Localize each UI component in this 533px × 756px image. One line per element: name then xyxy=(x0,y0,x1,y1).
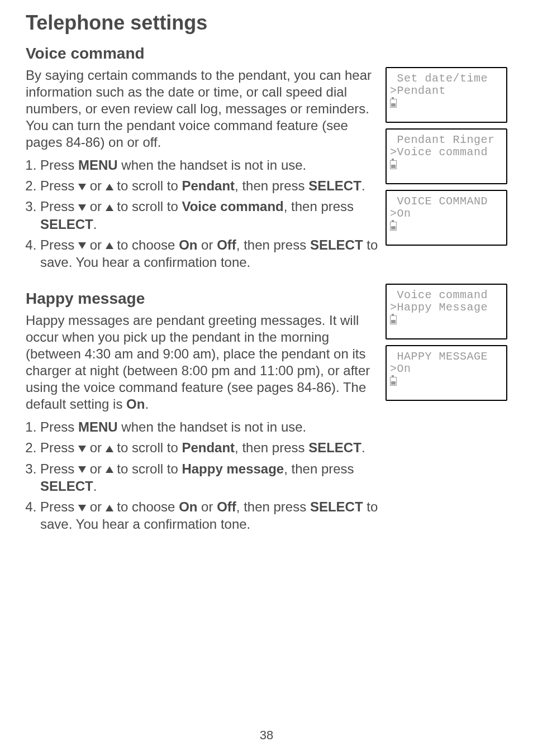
down-arrow-icon xyxy=(78,505,86,511)
select-key: SELECT xyxy=(308,440,361,455)
text: Press xyxy=(40,461,78,476)
on-label: On xyxy=(179,237,197,252)
lcd-screen-pendant: Set date/time >Pendant xyxy=(386,67,507,123)
text: Press xyxy=(40,237,78,252)
pendant-label: Pendant xyxy=(182,440,235,455)
lcd-line: Set date/time xyxy=(390,73,503,85)
happy-message-heading: Happy message xyxy=(26,290,379,308)
vc-step-4: Press or to choose On or Off, then press… xyxy=(40,236,379,271)
up-arrow-icon xyxy=(106,242,113,249)
lcd-line: >Happy Message xyxy=(390,302,503,314)
up-arrow-icon xyxy=(106,446,113,452)
pendant-label: Pendant xyxy=(182,178,235,193)
on-label: On xyxy=(126,396,145,412)
voice-command-steps: Press MENU when the handset is not in us… xyxy=(26,156,379,271)
battery-icon xyxy=(390,99,397,108)
text: , then press xyxy=(236,499,310,514)
lcd-line: >Voice command xyxy=(390,146,503,159)
hm-step-4: Press or to choose On or Off, then press… xyxy=(40,498,379,533)
text: or xyxy=(86,440,106,455)
up-arrow-icon xyxy=(106,204,113,211)
text: . xyxy=(93,217,97,232)
off-label: Off xyxy=(217,499,236,514)
down-arrow-icon xyxy=(78,204,86,211)
text: , then press xyxy=(284,461,354,476)
lcd-line: >On xyxy=(390,208,503,220)
lcd-line: VOICE COMMAND xyxy=(390,195,503,208)
text: or xyxy=(197,237,217,252)
battery-icon xyxy=(390,160,397,169)
text: or xyxy=(86,178,106,193)
text: to scroll to xyxy=(113,178,182,193)
voice-command-label: Voice command xyxy=(182,199,283,214)
lcd-screen-voice-command-on: VOICE COMMAND >On xyxy=(386,190,507,246)
text: Press xyxy=(40,499,78,514)
text: to scroll to xyxy=(113,199,182,214)
up-arrow-icon xyxy=(106,505,113,511)
text: Press xyxy=(40,440,78,455)
hm-step-1: Press MENU when the handset is not in us… xyxy=(40,418,379,436)
text: . xyxy=(93,479,97,494)
happy-message-steps: Press MENU when the handset is not in us… xyxy=(26,418,379,533)
text: . xyxy=(361,178,365,193)
down-arrow-icon xyxy=(78,466,86,473)
text: when the handset is not in use. xyxy=(118,157,307,173)
text: , then press xyxy=(235,178,308,193)
vc-step-2: Press or to scroll to Pendant, then pres… xyxy=(40,177,379,194)
battery-icon xyxy=(390,222,397,231)
up-arrow-icon xyxy=(106,184,113,190)
text: Happy messages are pendant greeting mess… xyxy=(26,313,370,412)
text: Press xyxy=(40,199,78,214)
text: to choose xyxy=(113,499,179,514)
text: , then press xyxy=(284,199,354,214)
text: or xyxy=(86,499,106,514)
text: . xyxy=(145,396,149,412)
voice-command-intro: By saying certain commands to the pendan… xyxy=(26,67,379,151)
lcd-line: Pendant Ringer xyxy=(390,134,503,146)
select-key: SELECT xyxy=(308,178,361,193)
lcd-line: >On xyxy=(390,363,503,375)
vc-step-3: Press or to scroll to Voice command, the… xyxy=(40,198,379,232)
text: or xyxy=(86,461,106,476)
hm-step-3: Press or to scroll to Happy message, the… xyxy=(40,460,379,495)
up-arrow-icon xyxy=(106,466,113,473)
text: to choose xyxy=(113,237,179,252)
text: to scroll to xyxy=(113,440,182,455)
select-key: SELECT xyxy=(40,479,93,494)
text: or xyxy=(197,499,217,514)
text: or xyxy=(86,237,106,252)
select-key: SELECT xyxy=(310,499,363,514)
lcd-screen-happy-message-on: HAPPY MESSAGE >On xyxy=(386,345,507,401)
lcd-screen-voice-command-menu: Pendant Ringer >Voice command xyxy=(386,128,507,184)
select-key: SELECT xyxy=(310,237,363,252)
down-arrow-icon xyxy=(78,184,86,190)
menu-key: MENU xyxy=(78,419,118,434)
on-label: On xyxy=(179,499,197,514)
down-arrow-icon xyxy=(78,242,86,249)
text: , then press xyxy=(236,237,310,252)
text: , then press xyxy=(235,440,308,455)
voice-command-heading: Voice command xyxy=(26,45,507,63)
text: Press xyxy=(40,419,78,434)
hm-step-2: Press or to scroll to Pendant, then pres… xyxy=(40,439,379,456)
menu-key: MENU xyxy=(78,157,118,173)
text: when the handset is not in use. xyxy=(118,419,307,434)
battery-icon xyxy=(390,377,397,386)
text: or xyxy=(86,199,106,214)
happy-message-label: Happy message xyxy=(182,461,284,476)
text: Press xyxy=(40,157,78,173)
select-key: SELECT xyxy=(40,217,93,232)
lcd-screen-happy-message-menu: Voice command >Happy Message xyxy=(386,284,507,339)
happy-message-intro: Happy messages are pendant greeting mess… xyxy=(26,312,379,413)
page-title: Telephone settings xyxy=(26,11,507,35)
vc-step-1: Press MENU when the handset is not in us… xyxy=(40,156,379,174)
text: to scroll to xyxy=(113,461,182,476)
battery-icon xyxy=(390,315,397,324)
text: Press xyxy=(40,178,78,193)
page-number: 38 xyxy=(0,728,533,743)
lcd-line: >Pendant xyxy=(390,85,503,97)
lcd-line: HAPPY MESSAGE xyxy=(390,351,503,363)
off-label: Off xyxy=(217,237,236,252)
down-arrow-icon xyxy=(78,446,86,452)
text: . xyxy=(361,440,365,455)
